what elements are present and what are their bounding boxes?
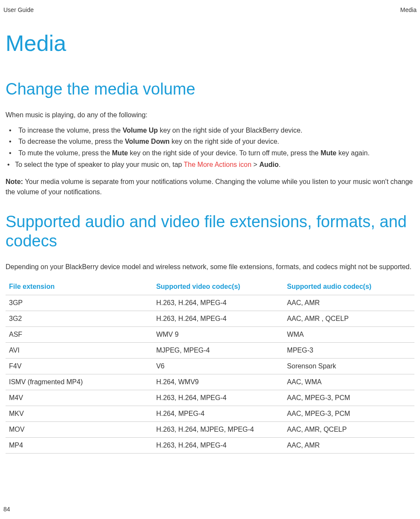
bullet-list: To increase the volume, press the Volume… <box>6 125 414 170</box>
table-row: 3G2H.263, H.264, MPEG-4AAC, AMR , QCELP <box>6 311 414 326</box>
note-paragraph: Note: Your media volume is separate from… <box>6 177 414 197</box>
table-cell: 3G2 <box>6 311 153 326</box>
list-item: To increase the volume, press the Volume… <box>6 125 414 136</box>
table-cell: AAC, AMR , QCELP <box>284 311 414 326</box>
table-cell: H.263, H.264, MPEG-4 <box>153 295 284 311</box>
table-cell: WMA <box>284 326 414 342</box>
table-cell: AAC, WMA <box>284 374 414 390</box>
table-row: F4VV6Sorenson Spark <box>6 358 414 374</box>
section-heading-supported-formats: Supported audio and video file extension… <box>6 212 414 251</box>
codec-table: File extension Supported video codec(s) … <box>6 279 414 454</box>
table-row: M4VH.263, H.264, MPEG-4AAC, MPEG-3, PCM <box>6 390 414 406</box>
page-number: 84 <box>3 506 10 513</box>
mute-key: Mute <box>112 149 128 157</box>
table-cell: AAC, AMR, QCELP <box>284 421 414 437</box>
mute-key-again: Mute <box>320 149 336 157</box>
header-right: Media <box>400 6 417 13</box>
table-cell: V6 <box>153 358 284 374</box>
table-cell: H.264, WMV9 <box>153 374 284 390</box>
page-title: Media <box>6 30 414 56</box>
table-cell: Sorenson Spark <box>284 358 414 374</box>
table-cell: M4V <box>6 390 153 406</box>
table-cell: H.263, H.264, MPEG-4 <box>153 390 284 406</box>
volume-up-key: Volume Up <box>123 127 158 134</box>
intro-text: When music is playing, do any of the fol… <box>6 110 414 120</box>
note-label: Note: <box>6 178 25 185</box>
audio-label: Audio <box>259 161 278 168</box>
list-item: To mute the volume, press the Mute key o… <box>6 148 414 159</box>
table-cell: MP4 <box>6 437 153 453</box>
list-item: To select the type of speaker to play yo… <box>6 160 414 170</box>
table-body: 3GPH.263, H.264, MPEG-4AAC, AMR3G2H.263,… <box>6 295 414 453</box>
note-text: Your media volume is separate from your … <box>6 178 413 196</box>
volume-down-key: Volume Down <box>125 138 170 145</box>
table-cell: ISMV (fragmented MP4) <box>6 374 153 390</box>
table-cell: AVI <box>6 342 153 358</box>
table-cell: MKV <box>6 406 153 421</box>
page-header: User Guide Media <box>3 6 417 13</box>
table-row: ISMV (fragmented MP4)H.264, WMV9AAC, WMA <box>6 374 414 390</box>
th-video-codec: Supported video codec(s) <box>153 279 284 295</box>
table-cell: H.263, H.264, MJPEG, MPEG-4 <box>153 421 284 437</box>
table-cell: H.263, H.264, MPEG-4 <box>153 437 284 453</box>
table-cell: AAC, AMR <box>284 437 414 453</box>
table-header-row: File extension Supported video codec(s) … <box>6 279 414 295</box>
header-left: User Guide <box>3 6 34 13</box>
codec-table-wrap: File extension Supported video codec(s) … <box>6 279 414 454</box>
table-cell: AAC, MPEG-3, PCM <box>284 390 414 406</box>
th-audio-codec: Supported audio codec(s) <box>284 279 414 295</box>
table-row: MOVH.263, H.264, MJPEG, MPEG-4AAC, AMR, … <box>6 421 414 437</box>
th-file-extension: File extension <box>6 279 153 295</box>
more-actions-icon-link[interactable]: The More Actions icon <box>184 161 251 168</box>
table-cell: H.263, H.264, MPEG-4 <box>153 311 284 326</box>
table-cell: ASF <box>6 326 153 342</box>
section-heading-change-volume: Change the media volume <box>6 80 414 99</box>
table-cell: WMV 9 <box>153 326 284 342</box>
table-row: 3GPH.263, H.264, MPEG-4AAC, AMR <box>6 295 414 311</box>
table-cell: AAC, AMR <box>284 295 414 311</box>
table-row: ASFWMV 9WMA <box>6 326 414 342</box>
intro-text-2: Depending on your BlackBerry device mode… <box>6 262 414 272</box>
table-row: MKVH.264, MPEG-4AAC, MPEG-3, PCM <box>6 406 414 421</box>
table-cell: 3GP <box>6 295 153 311</box>
table-row: MP4H.263, H.264, MPEG-4AAC, AMR <box>6 437 414 453</box>
table-cell: H.264, MPEG-4 <box>153 406 284 421</box>
table-cell: AAC, MPEG-3, PCM <box>284 406 414 421</box>
table-cell: MPEG-3 <box>284 342 414 358</box>
list-item: To decrease the volume, press the Volume… <box>6 136 414 147</box>
table-cell: F4V <box>6 358 153 374</box>
table-cell: MJPEG, MPEG-4 <box>153 342 284 358</box>
table-cell: MOV <box>6 421 153 437</box>
table-row: AVIMJPEG, MPEG-4MPEG-3 <box>6 342 414 358</box>
